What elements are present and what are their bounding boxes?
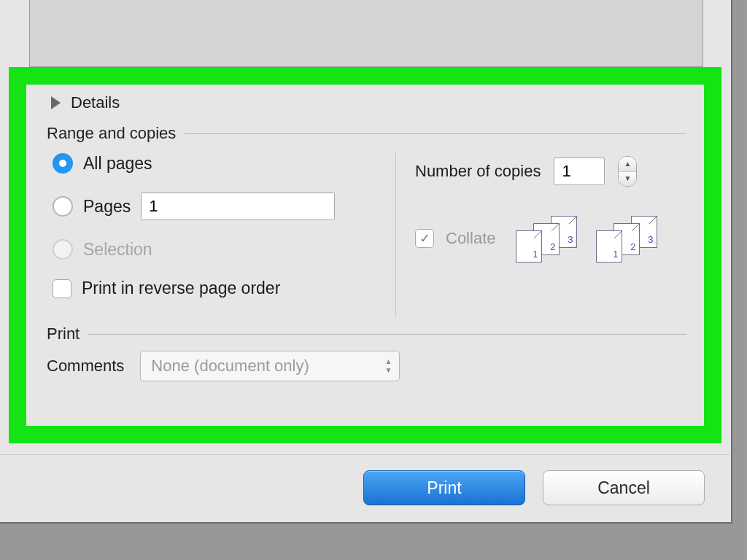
page-num: 2 [630,241,635,252]
copies-label: Number of copies [415,162,541,181]
print-dialog: Details Range and copies All pages [0,0,732,524]
copies-stepper[interactable]: ▲ ▼ [618,156,637,187]
radio-selected-icon [53,153,73,174]
range-left-column: All pages Pages Selection [47,153,395,317]
checkbox-checked-icon [415,229,434,248]
updown-caret-icon: ▲▼ [384,358,392,374]
stepper-down-icon[interactable]: ▼ [619,172,636,187]
print-section-head: Print [47,324,686,343]
checkbox-unchecked-icon [53,279,71,298]
collate-row[interactable]: Collate 3 2 1 3 2 1 [415,216,686,261]
range-right-column: Number of copies ▲ ▼ Collate [395,153,686,317]
page-num: 1 [533,249,538,260]
pages-label: Pages [83,197,131,217]
range-section-head: Range and copies [47,124,686,143]
page-num: 3 [648,234,653,245]
comments-dropdown[interactable]: None (document only) ▲▼ [140,351,400,381]
divider [185,133,686,134]
preview-recess [29,0,703,67]
page-num: 2 [550,241,555,252]
highlight-box: Details Range and copies All pages [9,67,721,443]
collate-label: Collate [446,229,495,248]
highlight-contents: Details Range and copies All pages [26,85,704,426]
reverse-order-option[interactable]: Print in reverse page order [53,279,395,298]
reverse-order-label: Print in reverse page order [82,279,280,298]
collate-illustration: 3 2 1 3 2 1 [516,216,660,261]
desktop-background: Details Range and copies All pages [0,0,747,560]
page-num: 3 [568,234,573,245]
details-label: Details [71,93,120,112]
page-stack-icon: 3 2 1 [596,216,660,261]
all-pages-option[interactable]: All pages [53,153,395,174]
copies-row: Number of copies ▲ ▼ [415,156,686,187]
divider [88,334,686,335]
chevron-right-icon [51,96,61,109]
range-section-label: Range and copies [47,124,176,143]
details-expander[interactable]: Details [47,93,686,117]
print-button[interactable]: Print [363,470,525,505]
pages-input[interactable] [141,192,335,220]
comments-value: None (document only) [151,357,309,376]
page-stack-icon: 3 2 1 [516,216,580,261]
selection-option: Selection [53,239,395,260]
print-section-label: Print [47,324,80,343]
cancel-button[interactable]: Cancel [543,470,705,505]
page-num: 1 [613,249,618,260]
pages-option[interactable]: Pages [53,192,395,220]
radio-unselected-icon [53,196,73,217]
comments-label: Comments [47,357,124,376]
copies-input[interactable] [554,158,605,185]
all-pages-label: All pages [83,154,152,174]
selection-label: Selection [83,240,152,260]
radio-disabled-icon [53,239,73,260]
dialog-button-bar: Print Cancel [0,454,729,521]
stepper-up-icon[interactable]: ▲ [619,157,636,172]
